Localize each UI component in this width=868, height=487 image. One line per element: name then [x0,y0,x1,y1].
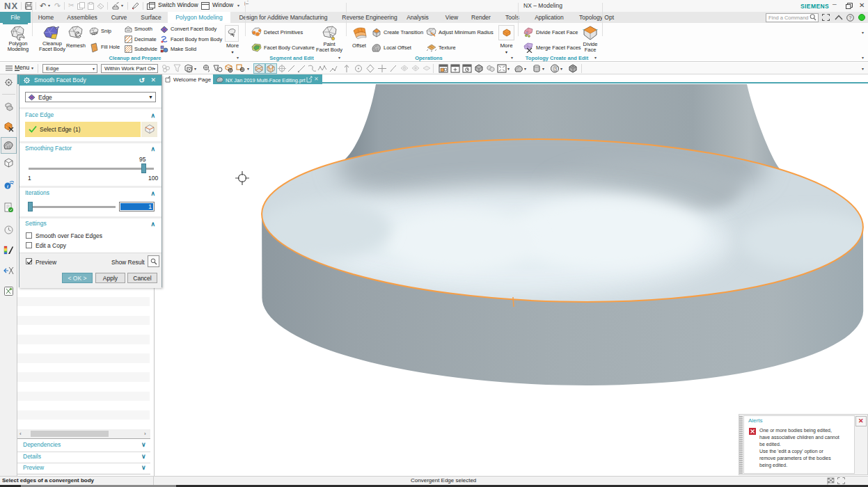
svg-text:i: i [7,184,8,189]
svg-text:5: 5 [555,67,558,71]
svg-text:?: ? [849,15,852,20]
